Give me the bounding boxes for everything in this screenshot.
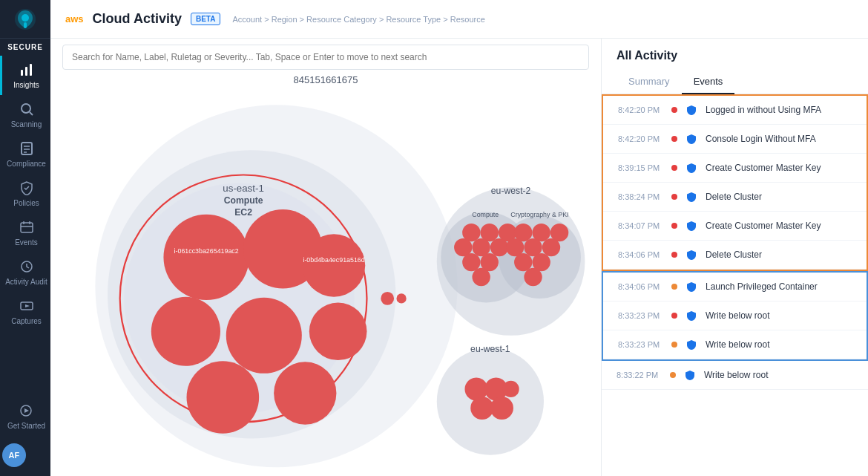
event-time: 8:39:15 PM [618, 163, 664, 172]
svg-point-39 [396, 293, 406, 303]
event-time: 8:33:22 PM [617, 371, 662, 379]
svg-point-28 [163, 215, 249, 300]
map-area: 845151661675 us-east-1 Compute EC2 [50, 39, 601, 476]
content-area: 845151661675 us-east-1 Compute EC2 [50, 39, 868, 476]
insights-icon [19, 62, 35, 78]
svg-rect-3 [21, 70, 23, 76]
svg-point-69 [490, 397, 513, 420]
events-list: 8:42:20 PM Logged in without Using MFA 8… [602, 94, 868, 476]
event-severity-dot [671, 107, 677, 113]
sidebar-item-scanning[interactable]: Scanning [0, 95, 50, 134]
event-item[interactable]: 8:33:23 PM Write below root [603, 301, 867, 330]
policies-icon [19, 180, 35, 196]
svg-text:EC2: EC2 [234, 207, 252, 218]
beta-badge: BETA [191, 13, 220, 25]
sidebar-item-label: Scanning [11, 120, 42, 128]
event-severity-dot [671, 313, 677, 319]
event-time: 8:42:20 PM [618, 134, 664, 143]
shield-icon [685, 219, 698, 232]
event-time: 8:34:07 PM [618, 221, 664, 230]
captures-icon [19, 298, 35, 314]
svg-point-35 [274, 362, 336, 424]
right-panel: All Activity Summary Events 8:42:20 PM [601, 39, 868, 476]
svg-text:i-061cc3ba265419ac2: i-061cc3ba265419ac2 [174, 247, 239, 255]
sidebar-item-policies[interactable]: Policies [0, 174, 50, 213]
events-icon [19, 219, 35, 235]
sidebar-item-label: Captures [11, 317, 42, 325]
sidebar-secure-label: SECURE [0, 39, 50, 56]
svg-text:eu-west-2: eu-west-2 [491, 186, 531, 196]
sidebar-bottom: Get Started AF [2, 397, 48, 476]
svg-marker-18 [25, 304, 30, 307]
event-item[interactable]: 8:42:20 PM Logged in without Using MFA [603, 96, 867, 125]
event-time: 8:34:06 PM [618, 250, 664, 259]
svg-point-63 [524, 268, 542, 286]
svg-point-38 [381, 292, 394, 305]
sidebar-item-captures[interactable]: Captures [0, 292, 50, 331]
shield-icon [685, 280, 698, 293]
event-time: 8:33:23 PM [618, 311, 664, 320]
shield-icon [685, 161, 698, 175]
sidebar-item-insights[interactable]: Insights [0, 56, 50, 95]
sidebar-item-label: Insights [13, 81, 39, 89]
svg-point-61 [514, 253, 532, 271]
svg-rect-4 [25, 67, 27, 76]
event-severity-dot [671, 136, 677, 142]
breadcrumb: Account > Region > Resource Category > R… [232, 15, 484, 24]
event-severity-dot [671, 284, 677, 290]
sidebar-item-compliance[interactable]: Compliance [0, 134, 50, 174]
compliance-icon [19, 140, 35, 157]
event-time: 8:33:23 PM [618, 340, 664, 349]
get-started-icon [18, 402, 34, 419]
event-label: Write below root [706, 310, 852, 321]
event-label: Logged in without Using MFA [706, 105, 852, 115]
bubble-container: us-east-1 Compute EC2 i-061cc3ba265419ac… [62, 88, 589, 476]
sidebar-item-activity-audit[interactable]: Activity Audit [0, 252, 50, 292]
event-item[interactable]: 8:33:22 PM Write below root [602, 361, 868, 390]
aws-logo: aws [65, 13, 84, 25]
event-item[interactable]: 8:42:20 PM Console Login Without MFA [603, 125, 867, 154]
event-item[interactable]: 8:33:23 PM Write below root [603, 330, 867, 359]
shield-icon [685, 132, 698, 146]
event-severity-dot [671, 252, 677, 258]
event-item[interactable]: 8:34:07 PM Create Customer Master Key [603, 212, 867, 241]
activity-audit-icon [19, 258, 35, 275]
event-label: Write below root [706, 339, 852, 350]
svg-text:Cryptography & PKI: Cryptography & PKI [510, 211, 568, 218]
main-content: aws Cloud Activity BETA Account > Region… [50, 0, 868, 476]
tab-summary[interactable]: Summary [617, 70, 682, 94]
svg-point-32 [226, 298, 302, 374]
bubble-chart[interactable]: us-east-1 Compute EC2 i-061cc3ba265419ac… [62, 88, 589, 476]
scanning-icon [19, 101, 35, 117]
search-input[interactable] [62, 45, 589, 70]
svg-point-34 [187, 361, 260, 434]
svg-rect-12 [21, 223, 33, 232]
page-title: Cloud Activity [93, 11, 182, 27]
svg-point-31 [151, 297, 220, 366]
aws-text: aws [65, 13, 84, 25]
sidebar-item-label: Compliance [7, 160, 46, 168]
shield-icon [683, 368, 697, 382]
svg-text:eu-west-1: eu-west-1 [470, 344, 510, 354]
svg-point-60 [542, 238, 560, 256]
event-label: Delete Cluster [706, 192, 852, 202]
sidebar-item-events[interactable]: Events [0, 213, 50, 252]
sidebar: SECURE Insights Scanning [0, 0, 50, 476]
shield-icon [685, 338, 698, 351]
event-item[interactable]: 8:34:06 PM Launch Privileged Container [603, 273, 867, 301]
svg-text:Compute: Compute [224, 195, 263, 206]
sidebar-item-get-started[interactable]: Get Started [2, 397, 48, 436]
svg-point-52 [462, 253, 480, 271]
event-item[interactable]: 8:38:24 PM Delete Cluster [603, 183, 867, 212]
event-severity-dot [670, 372, 676, 378]
event-severity-dot [671, 223, 677, 229]
event-item[interactable]: 8:34:06 PM Delete Cluster [603, 241, 867, 270]
svg-text:Compute: Compute [472, 211, 499, 218]
tab-events[interactable]: Events [682, 70, 735, 94]
shield-icon [685, 190, 698, 203]
svg-line-7 [30, 112, 33, 115]
event-item[interactable]: 8:39:15 PM Create Customer Master Key [603, 154, 867, 183]
avatar[interactable]: AF [2, 443, 26, 467]
svg-point-6 [22, 104, 30, 113]
svg-point-1 [22, 14, 29, 22]
